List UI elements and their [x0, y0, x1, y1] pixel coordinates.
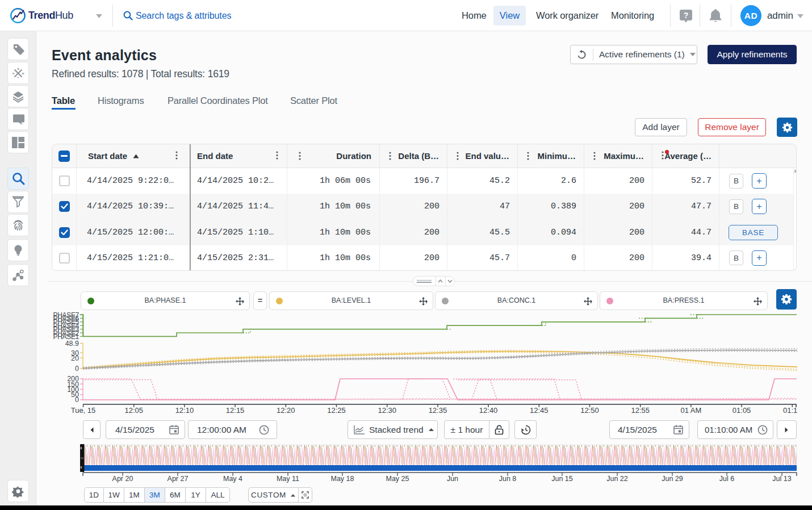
- svg-text:0: 0: [75, 396, 79, 404]
- svg-text:Jul 6: Jul 6: [719, 475, 734, 483]
- svg-text:01:05: 01:05: [733, 406, 751, 415]
- svg-text:48.9: 48.9: [65, 340, 79, 348]
- svg-text:Jun 22: Jun 22: [606, 475, 628, 483]
- svg-text:Jun 8: Jun 8: [499, 475, 517, 483]
- svg-text:×: ×: [22, 70, 24, 76]
- svg-text:12:30: 12:30: [378, 406, 396, 415]
- svg-text:01 AM: 01 AM: [680, 406, 701, 415]
- svg-text:−: −: [17, 75, 20, 80]
- svg-text:Jun 29: Jun 29: [662, 475, 683, 483]
- svg-text:Apr 27: Apr 27: [168, 475, 189, 483]
- svg-text:12:20: 12:20: [277, 406, 295, 415]
- svg-text:+: +: [17, 67, 20, 72]
- svg-text:12:35: 12:35: [429, 406, 447, 415]
- svg-text:Jun 15: Jun 15: [551, 475, 573, 483]
- svg-text:01:10: 01:10: [783, 406, 797, 415]
- svg-text:?: ?: [684, 11, 689, 20]
- svg-text:12:25: 12:25: [327, 406, 346, 415]
- svg-text:May 25: May 25: [386, 475, 409, 483]
- svg-text:12:40: 12:40: [479, 406, 498, 415]
- svg-text:÷: ÷: [12, 70, 15, 76]
- svg-text:12:15: 12:15: [226, 406, 245, 415]
- svg-text:Apr 20: Apr 20: [112, 475, 133, 483]
- svg-text:Jul 13: Jul 13: [772, 475, 791, 483]
- svg-text:May 18: May 18: [331, 475, 354, 483]
- svg-text:Jun: Jun: [447, 475, 458, 483]
- svg-text:12:05: 12:05: [124, 406, 143, 415]
- svg-text:20: 20: [71, 354, 79, 362]
- svg-text:12:55: 12:55: [631, 406, 650, 415]
- svg-text:12:50: 12:50: [580, 406, 599, 415]
- svg-text:12:10: 12:10: [175, 406, 194, 415]
- svg-text:12:45: 12:45: [530, 406, 549, 415]
- svg-text:0: 0: [75, 365, 79, 373]
- svg-text:May 4: May 4: [223, 475, 242, 483]
- svg-text:Tue, 15: Tue, 15: [71, 406, 96, 415]
- svg-text:May 11: May 11: [277, 475, 299, 483]
- svg-text:PHASE7: PHASE7: [53, 311, 79, 319]
